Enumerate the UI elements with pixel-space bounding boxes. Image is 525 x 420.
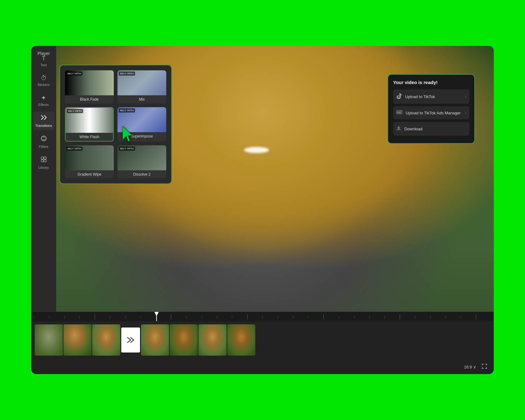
upload-tiktok-ads-arrow: › xyxy=(465,110,466,115)
transition-card-black-fade[interactable]: BELY VRTH Black Fade xyxy=(65,70,114,103)
tick-26 xyxy=(415,316,430,319)
cursor-arrow xyxy=(122,126,138,146)
transitions-icon xyxy=(40,114,47,122)
transition-card-gradient-wipe[interactable]: BELY VRTH Gradient Wipe xyxy=(65,145,114,178)
tick-16 xyxy=(262,316,278,319)
aspect-ratio-label: 16:9 xyxy=(464,365,472,369)
video-ready-popup: Your video is ready! Upload to TikTok › xyxy=(388,74,475,144)
filters-icon xyxy=(40,135,47,143)
svg-rect-3 xyxy=(41,160,43,162)
svg-rect-2 xyxy=(44,157,46,159)
transition-thumb-dissolve-2: BELY VRTH xyxy=(118,145,166,170)
timeline-ruler xyxy=(31,312,494,321)
sidebar-item-filters-label: Filters xyxy=(39,145,48,148)
upload-tiktok-button[interactable]: Upload to TikTok › xyxy=(393,89,469,104)
tick-25 xyxy=(400,314,415,319)
tick-14 xyxy=(232,316,247,319)
svg-text:ADS: ADS xyxy=(397,112,401,113)
download-label: Download xyxy=(404,127,422,131)
thumb-text-white-flash: BELY VRTH xyxy=(67,109,83,113)
timeline-track[interactable] xyxy=(31,321,494,359)
upload-tiktok-arrow: › xyxy=(465,94,466,99)
library-icon xyxy=(40,156,47,164)
sidebar-item-filters[interactable]: Filters xyxy=(33,132,55,151)
tick-8 xyxy=(141,316,156,319)
upload-tiktok-ads-label: Upload to TikTok Ads Manager xyxy=(406,111,461,115)
tick-19 xyxy=(308,316,323,319)
transition-thumb-gradient-wipe: BELY VRTH xyxy=(65,145,114,170)
thumb-text-superimpose: BELY VRTH xyxy=(119,108,135,112)
tick-13 xyxy=(217,316,232,319)
fullscreen-button[interactable] xyxy=(481,363,488,371)
left-sidebar: T Text ⏱ Stickers ✦ Effects Transitions xyxy=(31,46,56,312)
thumb-text-mix: BELY VRTH xyxy=(119,72,135,76)
tick-10 xyxy=(171,314,186,319)
video-thumb-5 xyxy=(170,324,198,356)
download-icon xyxy=(396,126,401,132)
transition-marker[interactable] xyxy=(121,328,140,352)
transition-card-mix[interactable]: BELY VRTH Mix xyxy=(118,70,166,103)
tick-21 xyxy=(339,316,354,319)
stickers-icon: ⏱ xyxy=(41,74,47,82)
video-thumb-7 xyxy=(227,324,255,356)
tick-30 xyxy=(476,314,491,319)
tick-15 xyxy=(247,314,262,319)
transition-name-dissolve-2: Dissolve 2 xyxy=(118,170,166,178)
thumb-text-black-fade: BELY VRTH xyxy=(66,72,82,76)
transition-name-black-fade: Black Fade xyxy=(65,95,114,103)
tick-22 xyxy=(354,316,369,319)
tick-11 xyxy=(186,316,202,319)
upload-tiktok-ads-button[interactable]: ADS Upload to TikTok Ads Manager › xyxy=(393,106,469,119)
tick-20 xyxy=(323,314,339,319)
sidebar-item-text-label: Text xyxy=(40,63,47,67)
transition-card-white-flash[interactable]: BELY VRTH White Flash xyxy=(65,107,114,142)
app-container: Player T Text ⏱ Stickers ✦ Effects xyxy=(31,46,494,374)
sidebar-item-stickers[interactable]: ⏱ Stickers xyxy=(33,72,55,89)
tick-18 xyxy=(293,316,308,319)
transitions-grid: BELY VRTH Black Fade BELY VRTH Mix BELY … xyxy=(65,70,166,178)
tick-17 xyxy=(278,316,293,319)
transition-thumb-black-fade: BELY VRTH xyxy=(65,70,114,95)
playhead-ruler xyxy=(156,312,157,321)
svg-rect-1 xyxy=(41,157,43,159)
ruler-ticks xyxy=(31,312,494,321)
download-button[interactable]: Download xyxy=(393,122,469,136)
sidebar-item-effects[interactable]: ✦ Effects xyxy=(33,92,55,109)
transition-name-mix: Mix xyxy=(118,95,166,103)
effects-icon: ✦ xyxy=(41,94,46,102)
tick-24 xyxy=(384,316,400,319)
svg-rect-4 xyxy=(44,160,46,162)
tick-6 xyxy=(110,316,125,319)
tick-2 xyxy=(49,316,64,319)
sidebar-item-library-label: Library xyxy=(38,166,49,169)
tiktok-ads-icon: ADS xyxy=(396,110,402,116)
transition-thumb-white-flash: BELY VRTH xyxy=(66,108,113,133)
tick-7 xyxy=(125,316,141,319)
svg-marker-5 xyxy=(122,126,132,142)
transition-card-dissolve-2[interactable]: BELY VRTH Dissolve 2 xyxy=(118,145,166,178)
timeline-area: 16:9 ∨ xyxy=(31,312,494,374)
tick-4 xyxy=(79,316,95,319)
tick-12 xyxy=(202,316,217,319)
upload-tiktok-left: Upload to TikTok xyxy=(396,93,435,100)
tick-27 xyxy=(430,316,446,319)
smile-highlight xyxy=(244,147,269,153)
transition-name-white-flash: White Flash xyxy=(66,133,113,141)
video-thumb-3 xyxy=(92,324,120,356)
aspect-ratio-chevron: ∨ xyxy=(473,365,476,369)
popup-title: Your video is ready! xyxy=(393,80,469,85)
transition-name-gradient-wipe: Gradient Wipe xyxy=(65,170,114,178)
sidebar-item-effects-label: Effects xyxy=(38,103,49,107)
transition-thumb-mix: BELY VRTH xyxy=(118,70,166,95)
timeline-controls: 16:9 ∨ xyxy=(464,363,488,371)
sidebar-item-transitions-label: Transitions xyxy=(35,124,52,128)
tick-23 xyxy=(369,316,385,319)
tick-1 xyxy=(34,316,49,319)
sidebar-item-transitions[interactable]: Transitions xyxy=(33,112,55,130)
tick-5 xyxy=(95,314,110,319)
aspect-ratio-button[interactable]: 16:9 ∨ xyxy=(464,365,476,369)
sidebar-item-library[interactable]: Library xyxy=(33,153,55,172)
transitions-panel: BELY VRTH Black Fade BELY VRTH Mix BELY … xyxy=(59,65,172,184)
download-left: Download xyxy=(396,126,422,132)
video-thumb-1 xyxy=(35,324,63,356)
